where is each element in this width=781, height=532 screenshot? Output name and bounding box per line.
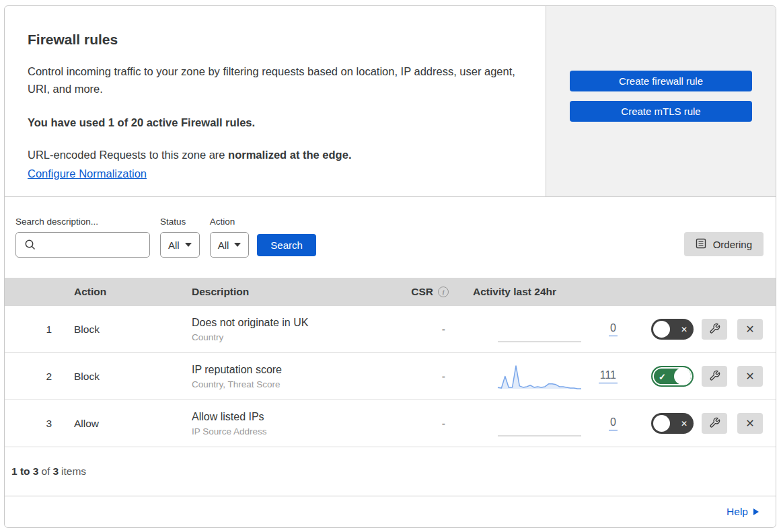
rule-match-fields: IP Source Address (192, 426, 392, 436)
rule-activity-cell: 111 ✓ ✕ ✕ (473, 362, 776, 391)
edit-rule-button[interactable] (702, 319, 727, 340)
close-icon: ✕ (745, 323, 754, 336)
rule-enabled-toggle[interactable]: ✓ ✕ (651, 366, 694, 387)
firewall-rules-page: Firewall rules Control incoming traffic … (0, 0, 781, 532)
ordering-button[interactable]: Ordering (684, 232, 764, 256)
actions-panel: Create firewall rule Create mTLS rule (546, 6, 776, 196)
delete-rule-button[interactable]: ✕ (737, 366, 763, 387)
rule-priority: 3 (5, 418, 72, 430)
toggle-knob (653, 415, 670, 432)
column-header-csr: CSR i (392, 286, 473, 298)
rule-priority: 1 (5, 324, 72, 336)
activity-count-wrap: 0 (584, 416, 618, 430)
toggle-knob (674, 368, 691, 385)
activity-count-link[interactable]: 111 (599, 369, 618, 383)
ordering-button-label: Ordering (713, 239, 752, 250)
items-total: 3 (52, 465, 59, 478)
column-header-activity: Activity last 24hr (473, 286, 776, 298)
action-filter-group: Action All (210, 217, 250, 258)
chevron-down-icon (234, 243, 241, 247)
rule-description-cell: Allow listed IPs IP Source Address (190, 411, 392, 436)
wrench-icon (709, 370, 720, 383)
rule-activity-cell: 0 ✓ ✕ ✕ (473, 409, 776, 439)
help-link[interactable]: Help (727, 506, 759, 518)
header-text-block: Firewall rules Control incoming traffic … (5, 6, 546, 196)
help-bar: Help (5, 496, 776, 527)
rule-action: Allow (72, 418, 190, 430)
table-row: 3 Allow Allow listed IPs IP Source Addre… (5, 400, 776, 447)
rule-description-cell: Does not originate in UK Country (190, 317, 392, 342)
normalization-text: URL-encoded Requests to this zone are no… (28, 149, 519, 161)
rule-csr-value: - (392, 371, 473, 383)
rule-enabled-toggle[interactable]: ✓ ✕ (651, 319, 694, 340)
close-icon: ✕ (745, 417, 754, 430)
info-icon[interactable]: i (438, 287, 449, 297)
search-input-wrap (15, 232, 150, 258)
toggle-check-icon: ✓ (659, 371, 666, 381)
pagination-summary: 1 to 3 of 3 items (5, 447, 776, 496)
rule-priority: 2 (5, 371, 72, 383)
page-title: Firewall rules (28, 32, 519, 48)
activity-sparkline (496, 362, 583, 391)
page-description: Control incoming traffic to your zone by… (28, 63, 519, 98)
status-filter-group: Status All (160, 217, 200, 258)
activity-count-wrap: 111 (584, 369, 618, 383)
edit-rule-button[interactable] (702, 413, 727, 434)
action-label: Action (210, 217, 250, 227)
wrench-icon (709, 417, 720, 430)
toggle-x-icon: ✕ (681, 419, 687, 428)
status-dropdown[interactable]: All (160, 232, 200, 258)
rule-enabled-toggle[interactable]: ✓ ✕ (651, 413, 694, 434)
rule-csr-value: - (392, 324, 473, 336)
action-dropdown[interactable]: All (210, 232, 250, 258)
column-header-action: Action (72, 286, 190, 298)
delete-rule-button[interactable]: ✕ (737, 319, 763, 340)
header-section: Firewall rules Control incoming traffic … (5, 6, 776, 197)
table-header-row: Action Description CSR i Activity last 2… (5, 278, 776, 306)
chevron-down-icon (185, 243, 192, 247)
delete-rule-button[interactable]: ✕ (737, 413, 763, 434)
ordering-list-icon (696, 238, 706, 251)
normalization-bold: normalized at the edge. (228, 149, 351, 161)
toggle-knob (653, 321, 670, 338)
create-mtls-rule-button[interactable]: Create mTLS rule (570, 101, 752, 122)
rule-description[interactable]: Allow listed IPs (192, 411, 392, 423)
table-row: 1 Block Does not originate in UK Country… (5, 306, 776, 353)
table-row: 2 Block IP reputation score Country, Thr… (5, 353, 776, 400)
create-firewall-rule-button[interactable]: Create firewall rule (570, 71, 752, 91)
close-icon: ✕ (745, 370, 754, 383)
activity-count-wrap: 0 (584, 322, 618, 336)
search-icon (24, 239, 36, 254)
firewall-rules-card: Firewall rules Control incoming traffic … (4, 5, 776, 528)
status-label: Status (160, 217, 200, 227)
edit-rule-button[interactable] (702, 366, 727, 387)
rule-match-fields: Country (192, 332, 392, 342)
help-arrow-icon (753, 508, 759, 515)
items-range: 1 to 3 (11, 465, 38, 478)
usage-notice: You have used 1 of 20 active Firewall ru… (28, 116, 519, 129)
help-link-label: Help (727, 506, 748, 518)
rule-activity-cell: 0 ✓ ✕ ✕ (473, 315, 776, 344)
rule-action: Block (72, 371, 190, 383)
rule-description[interactable]: Does not originate in UK (192, 317, 392, 329)
activity-count-link[interactable]: 0 (609, 416, 618, 430)
configure-normalization-link[interactable]: Configure Normalization (28, 167, 147, 180)
action-dropdown-value: All (218, 239, 229, 251)
activity-count-link[interactable]: 0 (609, 322, 618, 336)
toggle-x-icon: ✕ (681, 325, 687, 334)
search-button[interactable]: Search (257, 234, 316, 256)
items-of-text: of (41, 465, 50, 478)
search-label: Search description... (15, 217, 150, 227)
csr-header-label: CSR (411, 286, 433, 298)
items-label: items (61, 465, 86, 478)
rule-description-cell: IP reputation score Country, Threat Scor… (190, 364, 392, 389)
filter-bar: Search description... Status All Action (5, 197, 776, 278)
status-dropdown-value: All (168, 239, 180, 251)
normalization-prefix: URL-encoded Requests to this zone are (28, 149, 228, 161)
rule-action: Block (72, 324, 190, 336)
search-group: Search description... (15, 217, 150, 258)
rule-description[interactable]: IP reputation score (192, 364, 392, 376)
wrench-icon (709, 323, 720, 336)
activity-sparkline (496, 409, 583, 439)
rule-csr-value: - (392, 418, 473, 430)
